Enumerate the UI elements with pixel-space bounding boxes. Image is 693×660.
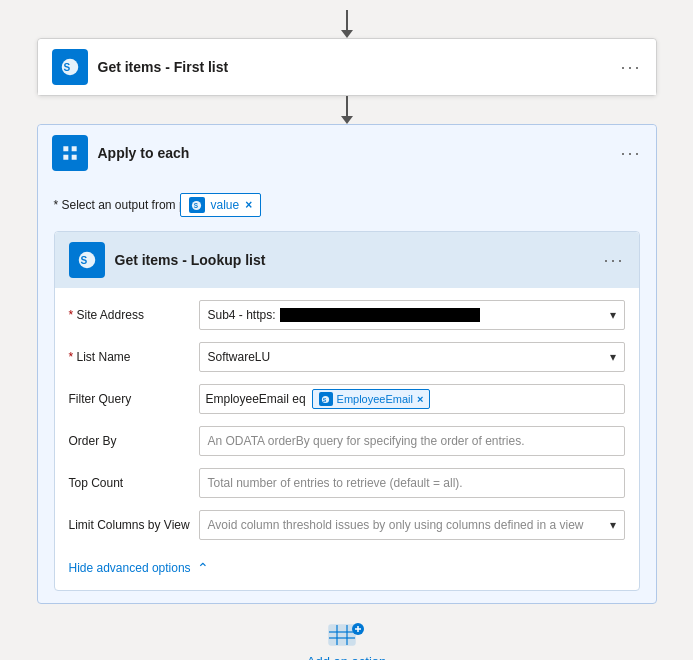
limit-columns-placeholder: Avoid column threshold issues by only us…: [208, 518, 584, 532]
lookup-list-card: S Get items - Lookup list ··· * Site Add…: [54, 231, 640, 591]
site-address-text: Sub4 - https:: [208, 308, 480, 322]
list-name-input[interactable]: SoftwareLU ▾: [199, 342, 625, 372]
top-count-row: Top Count Total number of entries to ret…: [69, 466, 625, 500]
order-by-input[interactable]: An ODATA orderBy query for specifying th…: [199, 426, 625, 456]
top-count-input[interactable]: Total number of entries to retrieve (def…: [199, 468, 625, 498]
apply-each-card: Apply to each ··· * Select an output fro…: [37, 124, 657, 604]
svg-text:S: S: [63, 62, 70, 73]
value-tag-close[interactable]: ×: [245, 198, 252, 212]
svg-text:S: S: [323, 396, 327, 402]
filter-tag-close[interactable]: ×: [417, 393, 423, 405]
order-by-row: Order By An ODATA orderBy query for spec…: [69, 424, 625, 458]
select-output-label: * Select an output from previous steps: [54, 198, 164, 212]
loop-icon: [52, 135, 88, 171]
list-name-row: * List Name SoftwareLU ▾: [69, 340, 625, 374]
filter-query-input[interactable]: EmployeeEmail eq S EmployeeEmail ×: [199, 384, 625, 414]
limit-columns-row: Limit Columns by View Avoid column thres…: [69, 508, 625, 542]
top-connector: [346, 10, 348, 30]
add-action-icon: [326, 620, 366, 650]
top-count-label: Top Count: [69, 476, 199, 490]
apply-each-menu[interactable]: ···: [620, 143, 641, 164]
filter-query-label: Filter Query: [69, 392, 199, 406]
site-address-row: * Site Address Sub4 - https: ▾: [69, 298, 625, 332]
select-output-section: * Select an output from previous steps S…: [54, 193, 640, 217]
order-by-label: Order By: [69, 434, 199, 448]
sharepoint-icon-first: S: [52, 49, 88, 85]
get-items-first-card: S Get items - First list ···: [37, 38, 657, 96]
filter-query-row: Filter Query EmployeeEmail eq S Employee…: [69, 382, 625, 416]
lookup-list-form: * Site Address Sub4 - https: ▾ * List Na…: [55, 288, 639, 590]
hide-advanced-label: Hide advanced options: [69, 561, 191, 575]
get-items-first-header: S Get items - First list ···: [38, 39, 656, 95]
chevron-up-icon: ⌃: [197, 560, 209, 576]
apply-each-title: Apply to each: [98, 145, 621, 161]
filter-tag-icon: S: [319, 392, 333, 406]
sharepoint-icon-lookup: S: [69, 242, 105, 278]
lookup-list-menu[interactable]: ···: [603, 250, 624, 271]
hide-advanced-toggle[interactable]: Hide advanced options ⌃: [69, 550, 625, 580]
apply-each-body: * Select an output from previous steps S…: [38, 181, 656, 603]
list-name-label: * List Name: [69, 350, 199, 364]
site-address-input[interactable]: Sub4 - https: ▾: [199, 300, 625, 330]
limit-columns-dropdown-arrow: ▾: [610, 518, 616, 532]
top-count-placeholder: Total number of entries to retrieve (def…: [208, 476, 463, 490]
filter-prefix-text: EmployeeEmail eq: [206, 392, 306, 406]
apply-each-header: Apply to each ···: [38, 125, 656, 181]
list-name-dropdown-arrow: ▾: [610, 350, 616, 364]
lookup-list-header: S Get items - Lookup list ···: [55, 232, 639, 288]
connector-2: [346, 96, 348, 116]
site-address-dropdown-arrow: ▾: [610, 308, 616, 322]
get-items-first-title: Get items - First list: [98, 59, 621, 75]
filter-tag-text: EmployeeEmail: [337, 393, 413, 405]
value-tag-text: value: [211, 198, 240, 212]
list-name-value: SoftwareLU: [208, 350, 271, 364]
value-tag[interactable]: S value ×: [180, 193, 262, 217]
svg-text:S: S: [80, 255, 87, 266]
site-address-redacted: [280, 308, 480, 322]
site-address-label: * Site Address: [69, 308, 199, 322]
add-action-button[interactable]: Add an action: [307, 620, 387, 660]
get-items-first-menu[interactable]: ···: [620, 57, 641, 78]
add-action-label: Add an action: [307, 654, 387, 660]
value-tag-icon: S: [189, 197, 205, 213]
svg-rect-8: [329, 625, 355, 645]
add-action-section: Add an action: [307, 620, 387, 660]
lookup-list-title: Get items - Lookup list: [115, 252, 604, 268]
limit-columns-input[interactable]: Avoid column threshold issues by only us…: [199, 510, 625, 540]
svg-text:S: S: [194, 202, 199, 209]
filter-tag[interactable]: S EmployeeEmail ×: [312, 389, 431, 409]
order-by-placeholder: An ODATA orderBy query for specifying th…: [208, 434, 525, 448]
limit-columns-label: Limit Columns by View: [69, 518, 199, 532]
